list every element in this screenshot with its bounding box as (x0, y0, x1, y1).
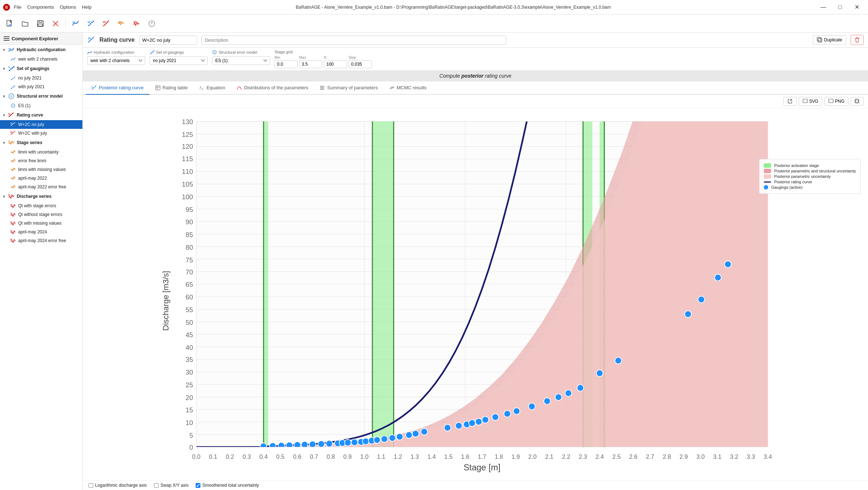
min-input[interactable] (274, 60, 298, 68)
rating-curve-button[interactable]: 10 (99, 17, 113, 30)
sidebar-item-es1[interactable]: ES (1) (0, 101, 82, 110)
sidebar-section-discharge[interactable]: ▼ 10 Discharge series (0, 191, 82, 201)
chevron-stage: ▼ (2, 141, 6, 145)
svg-text:3.4: 3.4 (763, 453, 772, 460)
gaugings-select[interactable]: no july 2021 (150, 56, 208, 65)
minimize-button[interactable]: — (815, 2, 832, 13)
menu-components[interactable]: Components (27, 4, 54, 10)
open-external-button[interactable] (783, 97, 796, 106)
sidebar-item-qt-no-stage-errors[interactable]: 10 Qt without stage errors (0, 210, 82, 219)
min-label: Min (274, 56, 298, 60)
svg-text:2.5: 2.5 (612, 453, 621, 460)
menu-options[interactable]: Options (60, 4, 76, 10)
sidebar-item-error-free-limni[interactable]: error free limni (0, 156, 82, 165)
duplicate-button[interactable]: Duplicate (813, 35, 846, 45)
structural-config-label: Structural error model (212, 50, 270, 55)
maximize-button[interactable]: □ (832, 2, 848, 13)
rc-desc-input[interactable] (201, 36, 506, 45)
svg-text:10: 10 (103, 21, 106, 23)
svg-text:1.8: 1.8 (495, 453, 503, 460)
svg-point-26 (13, 66, 15, 68)
sidebar-item-april-may-2024-ef[interactable]: 10 april-may 2024 error free (0, 236, 82, 245)
sidebar-item-limni-missing[interactable]: limni with missing values (0, 165, 82, 174)
sidebar-item-label-april-may-2024: april-may 2024 (18, 229, 47, 234)
sidebar-header[interactable]: Component Explorer (0, 33, 82, 45)
sidebar-section-structural[interactable]: ▼ Structural error model (0, 91, 82, 101)
step-input[interactable] (349, 60, 372, 68)
chevron-hydraulic: ▼ (2, 48, 6, 52)
copy-button[interactable] (851, 97, 864, 106)
sidebar-item-with-july[interactable]: with july 2021 (0, 82, 82, 91)
tab-rating-table[interactable]: Rating table (150, 81, 193, 95)
tab-summary[interactable]: Summary of parameters (314, 81, 383, 95)
sidebar-item-label-error-free-limni: error free limni (18, 158, 46, 163)
svg-text:10: 10 (10, 131, 12, 133)
hydraulic-config-button[interactable]: 10 (69, 17, 82, 30)
swap-checkbox-label[interactable]: Swap X/Y axis (154, 483, 188, 488)
close-button[interactable]: ✕ (848, 2, 865, 13)
svg-point-29 (13, 78, 14, 79)
close-file-button[interactable] (49, 17, 62, 30)
limni-unc-icon (10, 149, 16, 155)
swap-checkbox[interactable] (154, 483, 159, 488)
copy-icon (855, 99, 860, 104)
sidebar-item-w2c-with-july[interactable]: 10 W+2C with july (0, 129, 82, 138)
sidebar-section-stage[interactable]: ▼ 10 Stage series (0, 138, 82, 148)
svg-text:0.9: 0.9 (343, 453, 352, 460)
save-png-button[interactable]: PNG (824, 97, 848, 106)
n-input[interactable] (324, 60, 347, 68)
with-july-icon (10, 84, 16, 90)
sidebar-item-weir[interactable]: weir with 2 channels (0, 55, 82, 64)
logarithmic-checkbox[interactable] (89, 483, 93, 488)
save-svg-button[interactable]: SVG (799, 97, 822, 106)
new-button[interactable]: 10 (3, 17, 17, 30)
compute-text-before: Compute (439, 73, 461, 79)
smoothed-checkbox-label[interactable]: Smoothened total uncertainty (196, 483, 259, 488)
delete-button[interactable] (851, 35, 864, 45)
sidebar-item-label-no-july: no july 2021 (18, 75, 42, 81)
menu-help[interactable]: Help (82, 4, 91, 10)
sidebar-section-rating[interactable]: ▼ 10 Rating curve (0, 110, 82, 120)
sidebar-label-structural: Structural error model (17, 94, 63, 99)
legend-item-param-unc: Posterior parametric uncertainty (764, 174, 856, 179)
sidebar-section-hydraulic[interactable]: ▼ 10 Hydraulic configuration (0, 45, 82, 55)
gaugings-button[interactable]: 10 (84, 17, 98, 30)
max-input[interactable] (299, 60, 322, 68)
open-button[interactable] (18, 17, 32, 30)
app-icon: B (3, 4, 10, 11)
sidebar-item-no-july[interactable]: no july 2021 (0, 74, 82, 82)
logarithmic-checkbox-label[interactable]: Logarithmic discharge axis (89, 483, 147, 488)
chart-container: Discharge [m3/s] 130 125 (83, 108, 868, 480)
structural-select[interactable]: ES (1) (212, 56, 270, 65)
sidebar-item-w2c-no-july[interactable]: 10 W+2C no july (0, 120, 82, 129)
svg-text:100: 100 (182, 193, 193, 201)
tab-mcmc[interactable]: MCMC results (384, 81, 432, 95)
sidebar-item-limni-unc[interactable]: limni with uncertainty (0, 148, 82, 156)
sidebar-item-april-may-2022[interactable]: april-may 2022 (0, 174, 82, 183)
tab-equation[interactable]: f 0 Equation (193, 81, 231, 95)
tab-distributions[interactable]: Distributions of the parameters (231, 81, 314, 95)
svg-text:45: 45 (186, 331, 193, 339)
compute-row[interactable]: Compute posterior rating curve (83, 71, 868, 81)
save-button[interactable] (33, 17, 47, 30)
discharge-series-button[interactable]: 10 (130, 17, 143, 30)
sidebar-item-april-may-2022-ef[interactable]: april-may 2022 error free (0, 183, 82, 191)
tab-summary-label: Summary of parameters (327, 85, 378, 90)
tab-posterior-rc[interactable]: 0 Posterior rating curve (86, 81, 150, 95)
sidebar-item-qt-missing[interactable]: 10 Qt with missing values (0, 219, 82, 228)
hydraulic-select[interactable]: weir with 2 channels (87, 56, 145, 65)
logarithmic-label: Logarithmic discharge axis (95, 483, 147, 488)
menu-file[interactable]: File (14, 4, 21, 10)
extra-button[interactable] (145, 17, 159, 30)
sidebar-section-gaugings[interactable]: ▼ 10 Set of gaugings (0, 64, 82, 74)
smoothed-checkbox[interactable] (196, 483, 200, 488)
chart-footer: Logarithmic discharge axis Swap X/Y axis… (83, 480, 868, 490)
rc-name-input[interactable] (139, 36, 197, 45)
stage-series-button[interactable]: 10 (114, 17, 128, 30)
stage-icon: 10 (8, 139, 15, 146)
legend-item-param-struct: Posterior parametric and structural unce… (764, 169, 856, 173)
sidebar-item-qt-stage-errors[interactable]: 10 Qt with stage errors (0, 201, 82, 210)
stage-grid-min: Min (274, 56, 298, 68)
open-external-icon (787, 99, 792, 104)
sidebar-item-april-may-2024[interactable]: 10 april-may 2024 (0, 228, 82, 236)
